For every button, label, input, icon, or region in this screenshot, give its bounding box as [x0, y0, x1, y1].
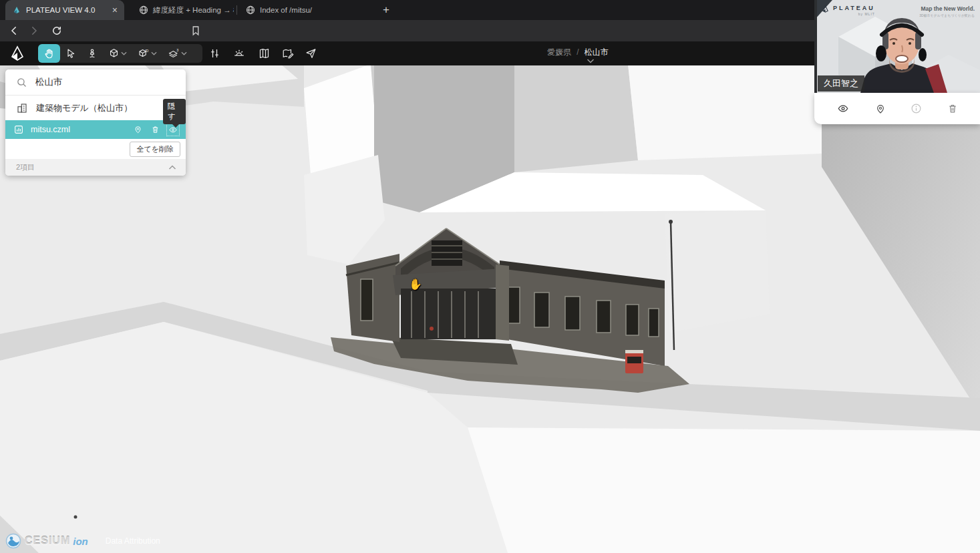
plateau-favicon	[12, 5, 21, 15]
pedestrian-view-button[interactable]	[81, 44, 103, 63]
zoom-to-layer-pin-icon[interactable]	[134, 125, 142, 134]
top-right-building	[628, 64, 822, 160]
building-dataset-icon	[16, 102, 28, 114]
delete-all-row: 全てを削除	[5, 139, 186, 159]
cesium-ion-logo-icon	[5, 533, 21, 549]
dataset-label: 建築物モデル（松山市）	[36, 102, 132, 114]
breadcrumb: 愛媛県/松山市	[534, 47, 621, 58]
svg-text:ID: ID	[145, 49, 148, 53]
shadow-sun-icon[interactable]	[232, 47, 246, 59]
hand-cursor: ✋	[409, 278, 422, 291]
story-map-icon[interactable]	[258, 47, 271, 59]
tool-group: ID 3	[38, 44, 202, 63]
search-icon	[16, 77, 27, 88]
hide-tooltip: 隠す	[163, 99, 186, 124]
select-tool-button[interactable]	[60, 44, 81, 63]
data-attribution-link[interactable]: Data Attribution	[106, 536, 160, 546]
tab-plateau-view[interactable]: PLATEAU VIEW 4.0 ×	[5, 0, 124, 20]
tab-title: Index of /mitsu/	[260, 6, 312, 14]
plateau-logo-small	[821, 5, 830, 13]
globe-favicon	[139, 5, 148, 15]
trash-icon[interactable]	[947, 103, 958, 114]
back-icon[interactable]	[8, 25, 20, 37]
sketch-map-icon[interactable]	[281, 47, 295, 59]
brand-tagline: Map the New World. 3D都市モデルでまちづくりが変わる	[919, 5, 975, 17]
czml-file-icon	[13, 124, 24, 135]
panel-footer: 2項目	[5, 159, 186, 176]
globe-favicon	[246, 5, 255, 15]
tab-title: PLATEAU VIEW 4.0	[26, 6, 95, 14]
dataset-row-building-model[interactable]: 建築物モデル（松山市）	[5, 96, 186, 120]
map-speck	[74, 516, 77, 519]
tab-index-mitsu[interactable]: Index of /mitsu/	[239, 0, 365, 20]
collapse-chevron-up-icon[interactable]	[168, 165, 176, 170]
item-count: 2項目	[16, 162, 35, 172]
plateau-logo	[8, 45, 27, 62]
breadcrumb-city[interactable]: 松山市	[585, 47, 609, 57]
tab-latlng-heading[interactable]: 緯度経度 + Heading → 標高/ジオイド	[132, 0, 234, 20]
chevron-down-icon	[181, 51, 187, 55]
chevron-down-icon	[151, 51, 157, 55]
layer-panel: 建築物モデル（松山市） mitsu.czml	[5, 69, 186, 176]
brand-sub: by MLIT	[833, 12, 875, 16]
settings-sliders-icon[interactable]	[208, 47, 221, 59]
ion-wordmark[interactable]: ion	[73, 536, 88, 547]
webcam-overlay: PLATEAU by MLIT Map the New World. 3D都市モ…	[814, 0, 980, 93]
brand-wordmark: PLATEAU	[833, 5, 875, 11]
location-pin-icon[interactable]	[875, 103, 886, 115]
breadcrumb-prefecture[interactable]: 愛媛県	[547, 47, 571, 57]
close-tab-icon[interactable]: ×	[112, 5, 118, 15]
search-input[interactable]	[35, 77, 162, 87]
new-tab-button[interactable]: +	[378, 2, 394, 18]
share-location-icon[interactable]	[305, 47, 317, 59]
tab-title: 緯度経度 + Heading → 標高/ジオイド	[153, 5, 234, 15]
id-query-tool-button[interactable]: ID	[132, 44, 162, 63]
delete-layer-trash-icon[interactable]	[151, 125, 160, 134]
mid-gray-block	[514, 64, 638, 172]
delete-all-button[interactable]: 全てを削除	[130, 142, 180, 157]
hand-tool-button[interactable]	[38, 44, 60, 63]
svg-text:3: 3	[176, 48, 178, 52]
geometry-tool-button[interactable]	[103, 44, 132, 63]
layer-row-selected[interactable]: mitsu.czml	[5, 120, 186, 139]
forward-icon[interactable]	[28, 25, 40, 37]
tab-divider	[236, 5, 237, 15]
visibility-eye-icon[interactable]	[836, 103, 850, 114]
layer-name: mitsu.czml	[31, 125, 70, 134]
cesium-credit: CESIUM ion Data Attribution	[5, 533, 160, 549]
bookmark-icon[interactable]	[190, 25, 202, 37]
reload-icon[interactable]	[51, 25, 63, 37]
selection-action-bar	[814, 93, 980, 124]
speaker-name-tag: 久田智之	[818, 75, 864, 91]
cesium-wordmark[interactable]: CESIUM	[25, 535, 70, 547]
plateau-brand-lockup: PLATEAU by MLIT	[821, 5, 875, 16]
breadcrumb-chevron-icon[interactable]	[587, 59, 595, 63]
chevron-down-icon	[121, 51, 127, 55]
info-icon[interactable]	[911, 103, 922, 114]
bottom-right-ground	[468, 427, 980, 553]
layers-tool-button[interactable]: 3	[162, 44, 192, 63]
search-row	[5, 69, 186, 96]
